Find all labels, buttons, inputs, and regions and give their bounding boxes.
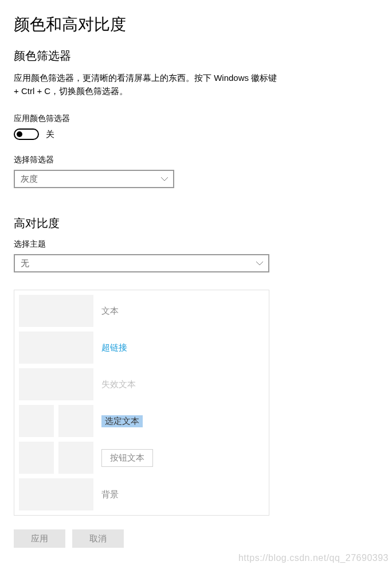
- toggle-state-text: 关: [46, 129, 54, 140]
- preview-button-label: 按钮文本: [101, 449, 153, 467]
- watermark-text: https://blog.csdn.net/qq_27690393: [238, 553, 389, 563]
- toggle-knob: [17, 131, 22, 137]
- preview-background-label: 背景: [101, 489, 119, 500]
- apply-button[interactable]: 应用: [14, 529, 65, 548]
- preview-row-text: 文本: [19, 295, 264, 327]
- selected-text-fg-swatch[interactable]: [19, 405, 54, 437]
- text-color-swatch[interactable]: [19, 295, 93, 327]
- filter-select-value: 灰度: [21, 174, 38, 185]
- color-filter-description: 应用颜色筛选器，更清晰的看清屏幕上的东西。按下 Windows 徽标键 + Ct…: [14, 72, 283, 98]
- preview-row-disabled: 失效文本: [19, 368, 264, 400]
- toggle-label: 应用颜色筛选器: [14, 114, 378, 124]
- preview-row-background: 背景: [19, 478, 264, 510]
- button-text-fg-swatch[interactable]: [19, 442, 54, 474]
- preview-text-label: 文本: [101, 306, 119, 317]
- disabled-color-swatch[interactable]: [19, 368, 93, 400]
- color-filter-section-title: 颜色筛选器: [14, 48, 378, 64]
- button-text-bg-swatch[interactable]: [58, 442, 93, 474]
- preview-row-button: 按钮文本: [19, 442, 264, 474]
- page-title: 颜色和高对比度: [14, 14, 378, 36]
- theme-select-value: 无: [21, 258, 29, 269]
- color-filter-toggle[interactable]: [14, 128, 39, 140]
- theme-preview-panel: 文本 超链接 失效文本 选定文本 按钮文本 背景: [14, 290, 269, 516]
- preview-selected-label: 选定文本: [101, 415, 143, 427]
- hyperlink-color-swatch[interactable]: [19, 332, 93, 364]
- preview-hyperlink-label: 超链接: [101, 342, 127, 353]
- filter-select[interactable]: 灰度: [14, 170, 174, 188]
- preview-row-selected: 选定文本: [19, 405, 264, 437]
- preview-row-hyperlink: 超链接: [19, 332, 264, 364]
- theme-select[interactable]: 无: [14, 254, 269, 272]
- cancel-button[interactable]: 取消: [72, 529, 124, 548]
- preview-disabled-label: 失效文本: [101, 379, 136, 390]
- theme-select-label: 选择主题: [14, 239, 378, 250]
- high-contrast-section-title: 高对比度: [14, 216, 378, 231]
- background-color-swatch[interactable]: [19, 478, 93, 510]
- selected-text-bg-swatch[interactable]: [58, 405, 93, 437]
- filter-select-label: 选择筛选器: [14, 155, 378, 165]
